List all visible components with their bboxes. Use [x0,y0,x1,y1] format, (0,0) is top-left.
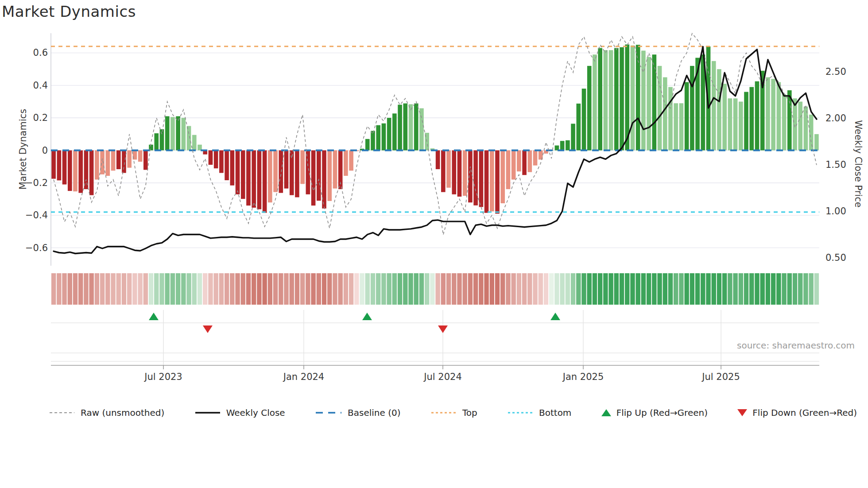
top-line-swatch-icon [430,410,457,415]
x-axis-ticks: Jul 2023Jan 2024Jul 2024Jan 2025Jul 2025 [143,372,740,382]
svg-text:1.00: 1.00 [825,206,846,217]
svg-text:2.50: 2.50 [825,66,846,77]
raw-line-swatch-icon [49,410,75,415]
svg-text:−0.4: −0.4 [25,210,48,221]
legend-item-top: Top [430,407,477,418]
legend-label-baseline: Baseline (0) [348,407,400,418]
bottom-line-swatch-icon [507,410,534,415]
legend-item-raw: Raw (unsmoothed) [49,407,164,418]
legend-label-flip-down: Flip Down (Green→Red) [752,407,857,418]
marker-panel [51,310,819,369]
svg-text:−0.6: −0.6 [25,243,48,253]
weekly-close-swatch-icon [194,410,221,415]
legend-label-flip-up: Flip Up (Red→Green) [616,407,708,418]
legend-item-baseline: Baseline (0) [315,407,400,418]
svg-text:0.4: 0.4 [33,80,48,91]
svg-text:0: 0 [42,145,48,156]
flip-up-markers [149,313,560,320]
legend-label-weekly-close: Weekly Close [226,407,285,418]
svg-text:2.00: 2.00 [825,113,846,124]
svg-text:1.50: 1.50 [825,159,846,170]
left-axis-ticks: 0.60.40.20−0.2−0.4−0.6 [25,47,48,253]
svg-text:Jul 2023: Jul 2023 [143,372,182,382]
legend-label-top: Top [462,407,477,418]
flip-down-markers [203,325,448,333]
legend-item-bottom: Bottom [507,407,571,418]
flip-down-triangle-icon [737,409,747,416]
svg-text:0.6: 0.6 [33,47,48,58]
legend-item-flip-up: Flip Up (Red→Green) [601,407,708,418]
baseline-swatch-icon [315,410,342,415]
legend-label-bottom: Bottom [539,407,571,418]
svg-text:0.2: 0.2 [33,112,48,123]
svg-text:−0.2: −0.2 [25,178,48,188]
legend-item-weekly-close: Weekly Close [194,407,285,418]
chart-legend: Raw (unsmoothed) Weekly Close Baseline (… [49,407,857,418]
svg-text:Jul 2025: Jul 2025 [701,372,740,382]
market-dynamics-dashboard: Market Dynamics Market Dynamics Weekly C… [0,0,868,488]
svg-text:Jul 2024: Jul 2024 [423,372,461,382]
flip-up-triangle-icon [601,409,611,416]
svg-text:Jan 2025: Jan 2025 [562,372,604,382]
svg-text:0.50: 0.50 [825,252,846,263]
heatmap-strip [51,273,819,305]
legend-label-raw: Raw (unsmoothed) [81,407,164,418]
right-axis-ticks: 2.502.001.501.000.50 [825,66,846,263]
legend-item-flip-down: Flip Down (Green→Red) [737,407,857,418]
svg-text:Jan 2024: Jan 2024 [283,372,325,382]
